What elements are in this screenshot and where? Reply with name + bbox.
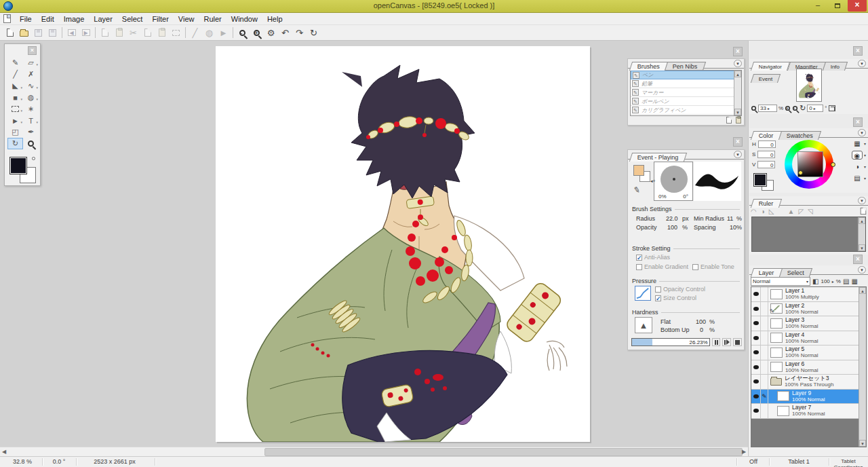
move-tool[interactable]: ►▾ bbox=[7, 115, 23, 126]
primary-color-chip[interactable] bbox=[633, 165, 644, 176]
new-file-button[interactable] bbox=[3, 26, 17, 39]
layer-row[interactable]: Layer 1100% Multiply bbox=[751, 287, 866, 302]
shape-circle-button[interactable]: ◍ bbox=[202, 26, 216, 39]
cut-button[interactable]: ✂ bbox=[126, 26, 140, 39]
visibility-toggle[interactable] bbox=[751, 404, 761, 418]
visibility-toggle[interactable] bbox=[751, 316, 761, 331]
menu-help[interactable]: Help bbox=[262, 14, 288, 24]
redo-all-button[interactable]: ↻ bbox=[307, 26, 321, 39]
ruler-triangle-icon[interactable]: ▲ bbox=[787, 208, 794, 215]
layer-list-scrollbar[interactable]: ▲ ▼ bbox=[859, 287, 866, 447]
layer-row[interactable]: Layer 4100% Normal bbox=[751, 331, 866, 346]
select-rect-tool[interactable]: ▾ bbox=[7, 103, 23, 115]
playback-progress-bar[interactable]: 26.23% bbox=[631, 338, 710, 346]
h-value[interactable]: 0 bbox=[758, 141, 776, 148]
opacity-value[interactable]: 100 bbox=[667, 224, 677, 231]
stamp-button[interactable] bbox=[155, 26, 169, 39]
gradient-tool[interactable]: ◍▾ bbox=[23, 92, 39, 103]
bars-mode-button[interactable]: ▤▾ bbox=[852, 174, 866, 183]
nav-rotate-value[interactable]: 0▸ bbox=[807, 105, 823, 112]
shape-line-button[interactable]: ╱ bbox=[188, 26, 202, 39]
brush-item[interactable]: ✎鉛筆 bbox=[631, 79, 741, 88]
size-control-checkbox[interactable]: ✓ Size Control bbox=[655, 295, 696, 301]
hue-selector-dot[interactable] bbox=[831, 162, 835, 167]
layer-options-icon[interactable]: ▦ bbox=[851, 278, 857, 285]
nav-fit-icon[interactable] bbox=[829, 105, 835, 111]
v-value[interactable]: 0 bbox=[757, 161, 775, 168]
rotate-view-tool[interactable]: ↻ bbox=[7, 138, 23, 149]
menu-filter[interactable]: Filter bbox=[147, 14, 173, 24]
layer-row[interactable]: Layer 6100% Normal bbox=[751, 360, 866, 375]
grid-mode-button[interactable]: ▦▾ bbox=[852, 139, 866, 148]
pressure-curve-button[interactable] bbox=[635, 286, 651, 301]
line-tool[interactable]: ╱ bbox=[7, 69, 23, 80]
bucket-tool[interactable]: ◣▾ bbox=[7, 80, 23, 92]
redo-button[interactable]: ↷ bbox=[292, 26, 307, 39]
layer-row-selected[interactable]: ✎ Layer 9100% Normal bbox=[751, 390, 866, 405]
layer-opacity-value[interactable]: 100 bbox=[821, 278, 829, 284]
menu-select[interactable]: Select bbox=[117, 14, 148, 24]
blend-mode-select[interactable]: Normal▾ bbox=[751, 277, 810, 286]
ruler-scrollbar[interactable]: ▲ ▼ bbox=[858, 217, 865, 251]
event-panel-close-button[interactable]: × bbox=[733, 137, 743, 147]
ruler-ellipse-icon[interactable]: ◑ bbox=[761, 208, 765, 215]
brush-item[interactable]: ✎カリグラフィペン bbox=[631, 106, 741, 115]
zoom-in-button[interactable]: + bbox=[250, 26, 264, 39]
layer-row[interactable]: ✎ Layer 2100% Normal bbox=[751, 302, 866, 317]
document-icon[interactable] bbox=[3, 14, 11, 23]
scroll-right-icon[interactable]: ▶ bbox=[740, 448, 748, 456]
scroll-up-icon[interactable]: ▲ bbox=[859, 217, 865, 224]
pause-button[interactable] bbox=[712, 338, 721, 346]
hardness-shape-button[interactable]: ▲ bbox=[635, 317, 652, 333]
visibility-toggle[interactable] bbox=[751, 390, 761, 404]
scroll-down-icon[interactable]: ▼ bbox=[734, 109, 741, 115]
menu-layer[interactable]: Layer bbox=[89, 14, 117, 24]
tab-event-playing[interactable]: Event - Playing bbox=[629, 153, 687, 162]
magic-wand-tool[interactable]: ∗ bbox=[23, 103, 39, 115]
radius-value[interactable]: 22.0 bbox=[666, 215, 678, 222]
visibility-toggle[interactable] bbox=[751, 375, 761, 389]
canvas[interactable] bbox=[216, 46, 590, 442]
layer-combine-icon[interactable]: ▤ bbox=[843, 278, 849, 285]
menu-edit[interactable]: Edit bbox=[37, 14, 59, 24]
menu-window[interactable]: Window bbox=[226, 14, 262, 24]
foreground-color-swatch[interactable] bbox=[9, 157, 27, 174]
save-button[interactable] bbox=[31, 26, 45, 39]
scroll-left-icon[interactable]: ◀ bbox=[0, 448, 8, 456]
visibility-toggle[interactable] bbox=[751, 360, 761, 375]
select-all-button[interactable] bbox=[169, 26, 183, 39]
crop-tool[interactable]: ◰ bbox=[7, 126, 23, 138]
anti-alias-checkbox[interactable]: ✓ Anti-Alias bbox=[636, 254, 670, 261]
nav-zoom-out-icon[interactable]: - bbox=[793, 106, 797, 111]
menu-view[interactable]: View bbox=[174, 14, 199, 24]
step-button[interactable] bbox=[722, 338, 731, 346]
eraser-tool[interactable]: ▱▾ bbox=[23, 57, 39, 69]
spacing-value[interactable]: 10 bbox=[730, 224, 736, 231]
visibility-toggle[interactable] bbox=[751, 302, 761, 316]
shape-arrow-button[interactable]: ► bbox=[216, 26, 231, 39]
horizontal-scrollbar[interactable]: ◀ ▶ bbox=[0, 447, 748, 456]
s-value[interactable]: 0 bbox=[757, 151, 775, 158]
undo-button[interactable]: ↶ bbox=[278, 26, 292, 39]
ruler-new-icon[interactable] bbox=[861, 208, 867, 214]
open-file-button[interactable] bbox=[17, 26, 31, 39]
layer-set-row[interactable]: レイヤーセット3100% Pass Through bbox=[751, 375, 866, 390]
tab-brushes[interactable]: Brushes bbox=[629, 62, 668, 71]
layer-panel-close-button[interactable]: × bbox=[853, 255, 863, 264]
text-tool[interactable]: T▾ bbox=[23, 115, 39, 126]
visibility-toggle[interactable] bbox=[751, 345, 761, 360]
smudge-tool[interactable]: ∿▾ bbox=[23, 80, 39, 92]
paste-button[interactable] bbox=[112, 26, 126, 39]
layer-row[interactable]: Layer 3100% Normal bbox=[751, 316, 866, 331]
navigator-close-button[interactable]: × bbox=[853, 46, 863, 56]
settings-button[interactable]: ⚙ bbox=[264, 26, 278, 39]
bottom-up-value[interactable]: 0 bbox=[700, 326, 703, 333]
delete-brush-button[interactable] bbox=[736, 117, 741, 124]
fill-rect-tool[interactable]: ■▾ bbox=[7, 92, 23, 103]
tab-ruler[interactable]: Ruler bbox=[751, 199, 782, 208]
color-menu-button[interactable]: ▼ bbox=[858, 129, 866, 136]
pen-tool[interactable]: ✎ bbox=[7, 57, 23, 69]
menu-file[interactable]: File bbox=[15, 14, 37, 24]
nav-zoom-value[interactable]: 33▸ bbox=[758, 105, 777, 112]
minimize-button[interactable]: – bbox=[808, 0, 827, 12]
